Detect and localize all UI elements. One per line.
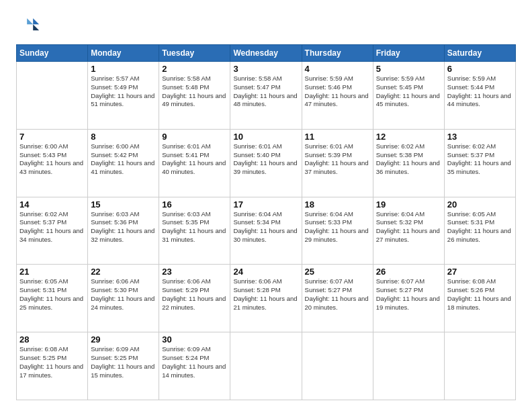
day-number: 18: [305, 199, 370, 210]
calendar-day-cell: 5Sunrise: 5:59 AM Sunset: 5:45 PM Daylig…: [373, 62, 444, 130]
calendar-day-cell: 12Sunrise: 6:02 AM Sunset: 5:38 PM Dayli…: [373, 129, 444, 197]
calendar-day-cell: 3Sunrise: 5:58 AM Sunset: 5:47 PM Daylig…: [230, 62, 302, 130]
calendar-day-cell: 18Sunrise: 6:04 AM Sunset: 5:33 PM Dayli…: [302, 197, 373, 265]
day-number: 29: [91, 334, 156, 345]
day-number: 16: [162, 199, 227, 210]
calendar-day-cell: 6Sunrise: 5:59 AM Sunset: 5:44 PM Daylig…: [444, 62, 515, 130]
day-detail: Sunrise: 6:03 AM Sunset: 5:36 PM Dayligh…: [91, 210, 156, 244]
day-number: 30: [162, 334, 227, 345]
calendar-day-cell: 15Sunrise: 6:03 AM Sunset: 5:36 PM Dayli…: [88, 197, 159, 265]
calendar-day-cell: 13Sunrise: 6:02 AM Sunset: 5:37 PM Dayli…: [444, 129, 515, 197]
day-detail: Sunrise: 6:05 AM Sunset: 5:31 PM Dayligh…: [19, 277, 85, 312]
day-detail: Sunrise: 5:59 AM Sunset: 5:45 PM Dayligh…: [376, 75, 441, 109]
weekday-header: Thursday: [302, 45, 373, 62]
day-number: 22: [91, 267, 156, 277]
calendar-day-cell: 1Sunrise: 5:57 AM Sunset: 5:49 PM Daylig…: [88, 62, 159, 130]
day-number: 13: [447, 132, 513, 142]
calendar-day-cell: [17, 62, 88, 130]
calendar-day-cell: 25Sunrise: 6:07 AM Sunset: 5:27 PM Dayli…: [302, 265, 373, 332]
page: SundayMondayTuesdayWednesdayThursdayFrid…: [0, 0, 532, 411]
calendar-day-cell: 14Sunrise: 6:02 AM Sunset: 5:37 PM Dayli…: [17, 197, 88, 265]
day-number: 1: [91, 64, 156, 74]
day-number: 26: [376, 267, 441, 277]
header: [16, 13, 516, 38]
day-detail: Sunrise: 6:01 AM Sunset: 5:39 PM Dayligh…: [305, 142, 370, 177]
calendar-day-cell: 26Sunrise: 6:07 AM Sunset: 5:27 PM Dayli…: [373, 265, 444, 332]
calendar-day-cell: 16Sunrise: 6:03 AM Sunset: 5:35 PM Dayli…: [159, 197, 230, 265]
day-number: 15: [91, 199, 156, 210]
day-detail: Sunrise: 6:06 AM Sunset: 5:28 PM Dayligh…: [233, 277, 298, 312]
day-number: 17: [233, 199, 298, 210]
day-number: 10: [233, 132, 298, 142]
calendar-week-row: 28Sunrise: 6:08 AM Sunset: 5:25 PM Dayli…: [17, 332, 516, 400]
day-detail: Sunrise: 5:59 AM Sunset: 5:46 PM Dayligh…: [305, 75, 370, 109]
day-detail: Sunrise: 6:06 AM Sunset: 5:30 PM Dayligh…: [91, 277, 156, 312]
weekday-header: Saturday: [444, 45, 515, 62]
calendar-day-cell: [373, 332, 444, 400]
weekday-header: Wednesday: [230, 45, 302, 62]
calendar-week-row: 21Sunrise: 6:05 AM Sunset: 5:31 PM Dayli…: [17, 265, 516, 332]
day-detail: Sunrise: 6:03 AM Sunset: 5:35 PM Dayligh…: [162, 210, 227, 244]
day-detail: Sunrise: 6:01 AM Sunset: 5:41 PM Dayligh…: [162, 142, 227, 177]
day-number: 2: [162, 64, 227, 74]
day-detail: Sunrise: 5:58 AM Sunset: 5:48 PM Dayligh…: [162, 75, 227, 109]
day-number: 5: [376, 64, 441, 74]
day-number: 28: [19, 334, 85, 345]
day-number: 7: [19, 132, 85, 142]
logo-icon: [16, 13, 40, 38]
day-number: 14: [19, 199, 85, 210]
calendar-day-cell: 21Sunrise: 6:05 AM Sunset: 5:31 PM Dayli…: [17, 265, 88, 332]
calendar-day-cell: [230, 332, 302, 400]
day-detail: Sunrise: 6:07 AM Sunset: 5:27 PM Dayligh…: [376, 277, 441, 312]
day-detail: Sunrise: 6:06 AM Sunset: 5:29 PM Dayligh…: [162, 277, 227, 312]
day-detail: Sunrise: 5:58 AM Sunset: 5:47 PM Dayligh…: [233, 75, 298, 109]
day-detail: Sunrise: 6:04 AM Sunset: 5:34 PM Dayligh…: [233, 210, 298, 244]
day-number: 24: [233, 267, 298, 277]
weekday-header: Monday: [88, 45, 159, 62]
logo: [16, 13, 43, 38]
calendar-day-cell: 24Sunrise: 6:06 AM Sunset: 5:28 PM Dayli…: [230, 265, 302, 332]
calendar-header-row: SundayMondayTuesdayWednesdayThursdayFrid…: [17, 45, 516, 62]
day-detail: Sunrise: 6:00 AM Sunset: 5:43 PM Dayligh…: [19, 142, 85, 177]
day-detail: Sunrise: 6:08 AM Sunset: 5:26 PM Dayligh…: [447, 277, 513, 312]
weekday-header: Tuesday: [159, 45, 230, 62]
calendar-day-cell: 9Sunrise: 6:01 AM Sunset: 5:41 PM Daylig…: [159, 129, 230, 197]
day-detail: Sunrise: 5:59 AM Sunset: 5:44 PM Dayligh…: [447, 75, 513, 109]
day-number: 20: [447, 199, 513, 210]
calendar-day-cell: 30Sunrise: 6:09 AM Sunset: 5:24 PM Dayli…: [159, 332, 230, 400]
day-detail: Sunrise: 6:04 AM Sunset: 5:33 PM Dayligh…: [305, 210, 370, 244]
day-detail: Sunrise: 6:02 AM Sunset: 5:38 PM Dayligh…: [376, 142, 441, 177]
day-number: 25: [305, 267, 370, 277]
svg-marker-0: [33, 18, 39, 24]
calendar-day-cell: 22Sunrise: 6:06 AM Sunset: 5:30 PM Dayli…: [88, 265, 159, 332]
calendar-day-cell: 2Sunrise: 5:58 AM Sunset: 5:48 PM Daylig…: [159, 62, 230, 130]
calendar-day-cell: 29Sunrise: 6:09 AM Sunset: 5:25 PM Dayli…: [88, 332, 159, 400]
calendar-day-cell: 8Sunrise: 6:00 AM Sunset: 5:42 PM Daylig…: [88, 129, 159, 197]
day-number: 12: [376, 132, 441, 142]
calendar-day-cell: [444, 332, 515, 400]
weekday-header: Friday: [373, 45, 444, 62]
svg-marker-2: [27, 18, 33, 24]
day-detail: Sunrise: 6:02 AM Sunset: 5:37 PM Dayligh…: [19, 210, 85, 244]
calendar-week-row: 7Sunrise: 6:00 AM Sunset: 5:43 PM Daylig…: [17, 129, 516, 197]
calendar-day-cell: 11Sunrise: 6:01 AM Sunset: 5:39 PM Dayli…: [302, 129, 373, 197]
calendar-day-cell: 27Sunrise: 6:08 AM Sunset: 5:26 PM Dayli…: [444, 265, 515, 332]
day-detail: Sunrise: 6:04 AM Sunset: 5:32 PM Dayligh…: [376, 210, 441, 244]
day-detail: Sunrise: 6:02 AM Sunset: 5:37 PM Dayligh…: [447, 142, 513, 177]
calendar-day-cell: 28Sunrise: 6:08 AM Sunset: 5:25 PM Dayli…: [17, 332, 88, 400]
day-number: 11: [305, 132, 370, 142]
day-number: 19: [376, 199, 441, 210]
day-detail: Sunrise: 6:09 AM Sunset: 5:25 PM Dayligh…: [91, 345, 156, 379]
weekday-header: Sunday: [17, 45, 88, 62]
calendar-day-cell: 7Sunrise: 6:00 AM Sunset: 5:43 PM Daylig…: [17, 129, 88, 197]
day-number: 3: [233, 64, 298, 74]
calendar-day-cell: [302, 332, 373, 400]
day-detail: Sunrise: 6:01 AM Sunset: 5:40 PM Dayligh…: [233, 142, 298, 177]
calendar-day-cell: 19Sunrise: 6:04 AM Sunset: 5:32 PM Dayli…: [373, 197, 444, 265]
day-number: 9: [162, 132, 227, 142]
day-detail: Sunrise: 6:09 AM Sunset: 5:24 PM Dayligh…: [162, 345, 227, 379]
day-detail: Sunrise: 6:07 AM Sunset: 5:27 PM Dayligh…: [305, 277, 370, 312]
day-number: 8: [91, 132, 156, 142]
day-number: 6: [447, 64, 513, 74]
day-number: 4: [305, 64, 370, 74]
